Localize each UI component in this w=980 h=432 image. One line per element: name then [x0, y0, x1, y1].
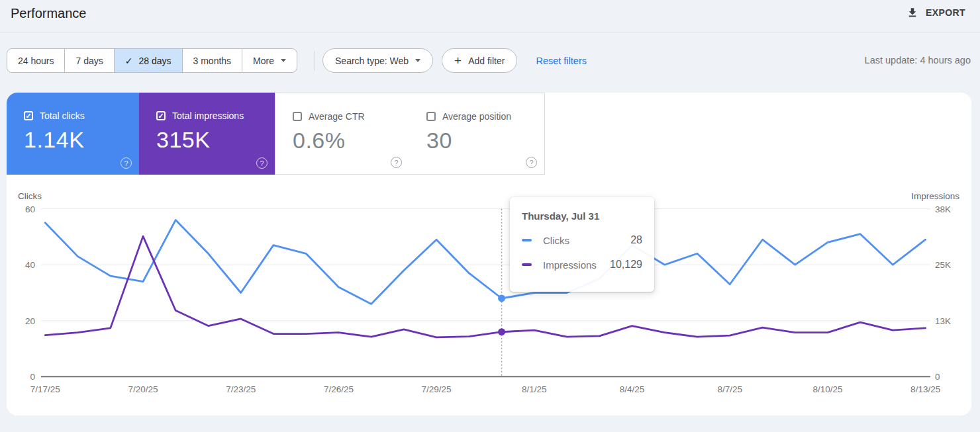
tooltip-row-impressions: Impressions 10,129 [522, 259, 642, 271]
chart-tooltip: Thursday, Jul 31 Clicks 28 Impressions 1… [510, 197, 654, 292]
card-total-clicks[interactable]: ✓ Total clicks 1.14K ? [7, 93, 139, 175]
tooltip-row-clicks: Clicks 28 [522, 234, 642, 246]
clicks-line [45, 220, 925, 304]
x-tick-label: 8/10/25 [812, 384, 842, 394]
header-divider [0, 32, 980, 32]
card-label: Total clicks [40, 110, 85, 121]
filter-row: 24 hours 7 days ✓ 28 days 3 months More … [7, 48, 587, 73]
impressions-swatch-icon [522, 263, 532, 267]
x-tick-label: 7/29/25 [422, 384, 452, 394]
checkbox-checked-icon[interactable]: ✓ [156, 111, 166, 120]
card-average-ctr[interactable]: Average CTR 0.6% ? [275, 93, 410, 175]
reset-filters-link[interactable]: Reset filters [536, 56, 587, 66]
x-tick-label: 7/23/25 [226, 384, 256, 394]
download-icon [906, 7, 918, 19]
help-icon[interactable]: ? [391, 157, 402, 168]
date-range-group: 24 hours 7 days ✓ 28 days 3 months More [7, 48, 297, 73]
card-value: 315K [156, 127, 210, 153]
add-filter-button[interactable]: + Add filter [442, 48, 517, 73]
help-icon[interactable]: ? [256, 157, 268, 169]
export-label: EXPORT [926, 7, 965, 18]
search-type-button[interactable]: Search type: Web [322, 48, 433, 73]
performance-chart[interactable]: Clicks Impressions 60 40 20 0 38K 25K 13… [7, 189, 971, 415]
range-3-months[interactable]: 3 months [182, 49, 242, 72]
checkbox-checked-icon[interactable]: ✓ [24, 111, 33, 120]
hover-dot-clicks [498, 294, 505, 302]
range-more[interactable]: More [242, 49, 297, 72]
hover-dot-impressions [498, 328, 505, 335]
card-average-position[interactable]: Average position 30 ? [409, 93, 545, 175]
chevron-down-icon [415, 59, 420, 62]
x-tick-label: 7/17/25 [30, 384, 60, 394]
x-tick-label: 8/1/25 [522, 384, 547, 394]
card-value: 1.14K [24, 127, 84, 153]
x-tick-label: 8/4/25 [620, 384, 645, 394]
x-tick-label: 7/20/25 [128, 384, 158, 394]
card-value: 30 [426, 128, 452, 153]
help-icon[interactable]: ? [121, 157, 132, 169]
check-icon: ✓ [125, 56, 133, 66]
card-label: Average position [442, 111, 511, 122]
card-value: 0.6% [293, 128, 346, 153]
clicks-swatch-icon [522, 239, 532, 242]
x-axis-labels: 7/17/257/20/257/23/257/26/257/29/258/1/2… [7, 384, 971, 398]
x-tick-label: 8/13/25 [910, 384, 940, 394]
last-update-text: Last update: 4 hours ago [865, 55, 971, 65]
tooltip-date: Thursday, Jul 31 [522, 210, 642, 222]
card-total-impressions[interactable]: ✓ Total impressions 315K ? [139, 93, 275, 175]
page-title: Performance [11, 6, 87, 21]
x-tick-label: 7/26/25 [324, 384, 354, 394]
x-tick-label: 8/7/25 [717, 384, 742, 394]
help-icon[interactable]: ? [526, 157, 537, 168]
export-button[interactable]: EXPORT [906, 7, 965, 19]
checkbox-empty-icon[interactable] [293, 112, 302, 121]
filter-divider [314, 51, 315, 71]
range-28-days[interactable]: ✓ 28 days [114, 49, 182, 72]
range-7-days[interactable]: 7 days [64, 49, 113, 72]
card-label: Average CTR [309, 111, 365, 122]
checkbox-empty-icon[interactable] [426, 112, 436, 121]
content-panel: ✓ Total clicks 1.14K ? ✓ Total impressio… [7, 93, 971, 415]
plus-icon: + [454, 54, 462, 67]
chevron-down-icon [281, 59, 286, 62]
range-24-hours[interactable]: 24 hours [7, 49, 64, 72]
card-label: Total impressions [172, 110, 244, 121]
chart-svg[interactable] [7, 189, 971, 415]
